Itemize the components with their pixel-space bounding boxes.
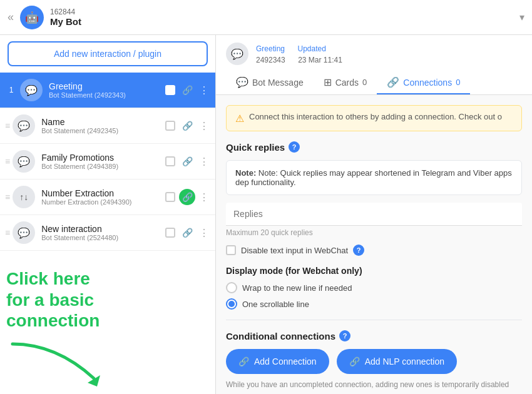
disable-input-help-icon[interactable]: ? xyxy=(353,245,364,256)
sidebar: Add new interaction / plugin 1 💬 Greetin… xyxy=(0,35,216,394)
item-title: Number Extraction xyxy=(41,188,160,198)
item-link-button[interactable]: 🔗 xyxy=(179,82,195,98)
conditional-help-icon[interactable]: ? xyxy=(339,330,350,341)
interaction-id-label: 2492343 xyxy=(256,56,285,64)
item-title: Name xyxy=(41,117,160,127)
connection-disclaimer: While you have an uncompleted connection… xyxy=(226,380,522,389)
item-text: New interaction Bot Statement (2524480) xyxy=(41,224,160,241)
bot-dropdown-icon[interactable]: ▾ xyxy=(519,11,524,23)
radio-wrap-label: Wrap to the new line if needed xyxy=(242,283,352,293)
radio-scroll-circle[interactable] xyxy=(226,298,237,310)
warning-icon: ⚠ xyxy=(235,113,244,124)
item-actions: 🔗 ⋮ xyxy=(165,225,209,241)
updated-label: Updated xyxy=(297,44,325,53)
item-more-button[interactable]: ⋮ xyxy=(199,120,209,132)
item-subtitle: Bot Statement (2494389) xyxy=(41,163,160,170)
link-icon: 🔗 xyxy=(387,76,399,88)
quick-replies-section-title: Quick replies ? xyxy=(226,141,522,153)
radio-scroll-label: One scrollable line xyxy=(242,300,309,309)
right-panel: 💬 Greeting Updated 2492343 23 Mar 11:41 … xyxy=(216,35,532,394)
right-content: ⚠ Connect this interaction to others by … xyxy=(216,95,532,394)
tab-cards-label: Cards xyxy=(335,78,359,88)
item-text: Number Extraction Number Extraction (249… xyxy=(41,188,160,206)
add-connection-link-icon: 🔗 xyxy=(238,356,249,366)
item-icon-chat: 💬 xyxy=(13,221,35,244)
radio-scroll[interactable]: One scrollable line xyxy=(226,298,522,310)
grid-icon: ⊞ xyxy=(324,76,332,88)
item-actions: 🔗 ⋮ xyxy=(165,189,209,205)
list-item[interactable]: ≡ ↑↓ Number Extraction Number Extraction… xyxy=(0,179,215,215)
item-actions: 🔗 ⋮ xyxy=(165,153,209,169)
list-item[interactable]: ≡ 💬 Family Promotions Bot Statement (249… xyxy=(0,144,215,179)
item-checkbox[interactable] xyxy=(165,228,175,238)
conditional-connections-title: Conditional connections ? xyxy=(226,330,522,341)
annotation-area: Click herefor a basicconnection xyxy=(0,258,215,394)
disable-input-row: Disable text input in WebChat ? xyxy=(226,245,522,256)
item-more-button[interactable]: ⋮ xyxy=(199,156,209,168)
add-interaction-button[interactable]: Add new interaction / plugin xyxy=(8,41,208,66)
note-box: Note: Note: Quick replies may appear sho… xyxy=(226,160,522,195)
item-more-button[interactable]: ⋮ xyxy=(199,84,209,96)
item-icon-chat: 💬 xyxy=(13,114,35,137)
add-nlp-link-icon: 🔗 xyxy=(349,356,360,366)
radio-wrap[interactable]: Wrap to the new line if needed xyxy=(226,282,522,293)
add-connection-label: Add Connection xyxy=(254,356,317,366)
header-info: 162844 My Bot xyxy=(50,8,516,27)
item-link-button[interactable]: 🔗 xyxy=(179,153,195,169)
item-title: Greeting xyxy=(49,81,160,91)
item-checkbox[interactable] xyxy=(165,85,175,95)
tab-bot-message-label: Bot Message xyxy=(252,78,304,88)
alert-box: ⚠ Connect this interaction to others by … xyxy=(226,105,522,131)
disable-input-checkbox[interactable] xyxy=(226,245,236,255)
tab-cards[interactable]: ⊞ Cards 0 xyxy=(314,71,377,94)
bot-id: 162844 xyxy=(50,8,516,16)
item-subtitle: Bot Statement (2524480) xyxy=(41,234,160,241)
add-nlp-connection-label: Add NLP connection xyxy=(365,356,444,366)
list-item[interactable]: 1 💬 Greeting Bot Statement (2492343) 🔗 ⋮ xyxy=(0,73,215,108)
drag-handle-icon: ≡ xyxy=(5,228,10,238)
item-text: Greeting Bot Statement (2492343) xyxy=(49,81,160,99)
conditional-connections-section: Conditional connections ? 🔗 Add Connecti… xyxy=(226,330,522,389)
tab-bot-message[interactable]: 💬 Bot Message xyxy=(226,71,314,94)
item-actions: 🔗 ⋮ xyxy=(165,82,209,98)
bot-name: My Bot xyxy=(50,16,516,27)
list-item[interactable]: ≡ 💬 New interaction Bot Statement (25244… xyxy=(0,215,215,251)
back-button[interactable]: « xyxy=(8,11,14,24)
quick-replies-label: Quick replies xyxy=(226,142,285,153)
conditional-connections-label: Conditional connections xyxy=(226,331,335,341)
quick-replies-help-icon[interactable]: ? xyxy=(289,141,300,153)
add-nlp-connection-button[interactable]: 🔗 Add NLP connection xyxy=(337,349,457,374)
item-link-button-active[interactable]: 🔗 xyxy=(179,189,195,205)
annotation-text: Click herefor a basicconnection xyxy=(6,268,209,331)
item-more-button[interactable]: ⋮ xyxy=(199,227,209,239)
max-replies-label: Maximum 20 quick replies xyxy=(226,228,522,237)
item-icon-chat: 💬 xyxy=(13,150,35,173)
item-checkbox[interactable] xyxy=(165,121,175,131)
right-header-icon: 💬 xyxy=(226,43,248,65)
item-text: Name Bot Statement (2492345) xyxy=(41,117,160,134)
tab-connections-label: Connections xyxy=(403,78,452,88)
item-checkbox[interactable] xyxy=(165,192,175,202)
add-connection-button[interactable]: 🔗 Add Connection xyxy=(226,349,329,374)
item-link-button[interactable]: 🔗 xyxy=(179,118,195,134)
item-subtitle: Bot Statement (2492343) xyxy=(49,91,160,99)
right-tabs: 💬 Bot Message ⊞ Cards 0 🔗 Connections 0 xyxy=(226,71,522,94)
section-divider xyxy=(226,320,522,320)
annotation-arrow xyxy=(6,338,209,388)
item-text: Family Promotions Bot Statement (2494389… xyxy=(41,153,160,170)
chat-icon: 💬 xyxy=(236,76,248,88)
radio-wrap-circle[interactable] xyxy=(226,282,237,293)
right-header-info: Greeting Updated 2492343 23 Mar 11:41 xyxy=(256,43,342,65)
alert-text: Connect this interaction to others by ad… xyxy=(249,112,502,121)
item-icon-chat: 💬 xyxy=(20,79,43,101)
item-checkbox[interactable] xyxy=(165,156,175,166)
list-item[interactable]: ≡ 💬 Name Bot Statement (2492345) 🔗 ⋮ xyxy=(0,108,215,144)
replies-input[interactable] xyxy=(226,203,522,226)
item-more-button[interactable]: ⋮ xyxy=(199,191,209,203)
item-number: 1 xyxy=(5,86,18,94)
right-header-top: 💬 Greeting Updated 2492343 23 Mar 11:41 xyxy=(226,43,522,65)
tab-connections-count: 0 xyxy=(456,78,460,87)
updated-date-label: 23 Mar 11:41 xyxy=(298,56,342,64)
item-link-button[interactable]: 🔗 xyxy=(179,225,195,241)
tab-connections[interactable]: 🔗 Connections 0 xyxy=(377,71,470,94)
